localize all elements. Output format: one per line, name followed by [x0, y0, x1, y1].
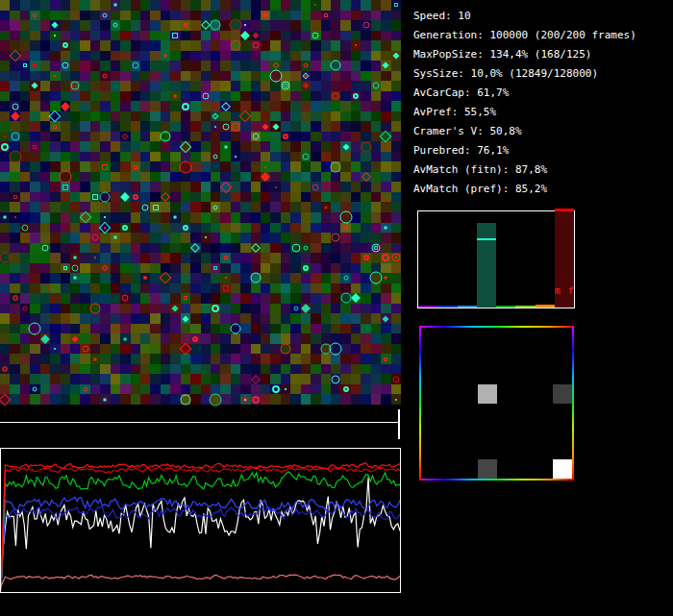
history-series-avmatch-pref-	[1, 467, 400, 588]
organism-marker	[172, 33, 178, 38]
organism-marker	[374, 246, 378, 250]
organism-marker	[240, 31, 250, 40]
organism-marker	[11, 111, 20, 121]
organism-marker	[12, 103, 18, 110]
organism-marker	[62, 62, 68, 69]
organism-marker	[229, 19, 241, 32]
organism-marker	[72, 335, 79, 342]
organism-marker	[324, 206, 327, 209]
organism-marker	[213, 266, 217, 270]
organism-marker	[332, 234, 340, 242]
organism-marker	[133, 194, 138, 200]
organism-marker	[0, 393, 12, 406]
organism-marker	[262, 12, 269, 18]
organism-marker	[304, 74, 307, 77]
organism-marker	[361, 141, 371, 152]
organism-marker	[185, 24, 187, 26]
history-series-purebred	[1, 472, 400, 589]
organism-marker	[380, 131, 392, 143]
organism-marker	[202, 92, 209, 99]
history-plot-canvas	[1, 449, 400, 592]
organism-marker	[54, 35, 56, 37]
organism-marker	[395, 399, 397, 401]
organism-marker	[272, 385, 280, 393]
organism-marker	[62, 185, 68, 190]
organism-marker	[61, 102, 70, 111]
organism-marker	[219, 181, 232, 193]
organism-marker	[239, 111, 252, 123]
organism-marker	[174, 94, 177, 97]
organism-marker	[303, 63, 308, 68]
preference-matrix	[419, 326, 574, 480]
stat-line-avpref: AvPref: 55,5%	[413, 103, 636, 122]
organism-marker	[63, 266, 67, 270]
population-bar	[536, 305, 555, 308]
organism-marker	[1, 143, 9, 151]
organism-marker	[122, 225, 128, 231]
organism-marker	[122, 134, 129, 140]
population-bar-chart: m f	[417, 210, 575, 308]
organism-marker	[392, 376, 399, 382]
stat-line-avmatch-pref: AvMatch (pref): 85,2%	[413, 180, 636, 199]
organism-marker	[272, 123, 279, 130]
organism-marker	[32, 62, 38, 69]
organism-marker	[94, 257, 96, 259]
population-bar	[418, 306, 437, 308]
bar-overflow-cap	[555, 209, 574, 211]
organism-marker	[82, 346, 88, 353]
organism-marker	[251, 375, 261, 384]
organism-marker	[104, 398, 107, 401]
organism-marker	[281, 344, 291, 355]
organism-marker	[369, 272, 382, 284]
organism-marker	[372, 83, 379, 89]
organism-marker	[179, 160, 191, 173]
organism-marker	[332, 92, 339, 100]
organism-marker	[92, 194, 98, 200]
organism-marker	[23, 307, 28, 311]
organism-marker	[22, 224, 29, 231]
frame-progress-line	[0, 422, 399, 423]
organism-marker	[102, 264, 109, 271]
organism-marker	[250, 273, 261, 283]
organism-marker	[302, 83, 309, 89]
organism-marker	[54, 75, 56, 77]
matrix-border-top	[419, 326, 574, 328]
preference-matrix-cells	[419, 326, 574, 480]
organism-marker	[339, 211, 352, 224]
stat-line-avcarcap: AvCarCap: 61,7%	[413, 84, 636, 103]
organism-marker	[179, 343, 191, 356]
organism-marker	[94, 357, 97, 360]
matrix-border-bottom	[419, 479, 574, 480]
organism-marker	[153, 205, 159, 210]
organism-marker	[230, 40, 240, 51]
organism-marker	[113, 236, 116, 239]
organism-marker	[212, 305, 219, 312]
organism-marker	[231, 122, 239, 131]
organism-marker	[124, 337, 127, 340]
organism-marker	[14, 216, 16, 218]
organism-marker	[383, 315, 389, 322]
frame-progress-end-tick	[398, 409, 400, 439]
organism-marker	[142, 204, 149, 210]
matrix-border-left	[419, 326, 421, 480]
organism-marker	[262, 123, 269, 130]
organism-marker	[33, 12, 37, 17]
organism-marker	[211, 20, 221, 31]
organism-marker	[391, 254, 400, 262]
organism-marker	[213, 205, 218, 209]
organism-marker	[385, 226, 387, 229]
organism-marker	[85, 44, 87, 46]
organism-marker	[59, 171, 71, 184]
organism-marker	[264, 166, 266, 168]
organism-marker	[32, 83, 38, 89]
organism-marker	[11, 133, 19, 141]
organism-marker	[385, 277, 387, 280]
organism-marker	[104, 216, 106, 218]
organism-marker	[244, 399, 246, 401]
organism-marker	[291, 243, 300, 252]
organism-marker	[113, 4, 116, 7]
matrix-cell	[553, 384, 572, 404]
organism-marker	[275, 186, 277, 188]
organism-marker	[363, 255, 369, 260]
organism-marker	[29, 323, 41, 335]
